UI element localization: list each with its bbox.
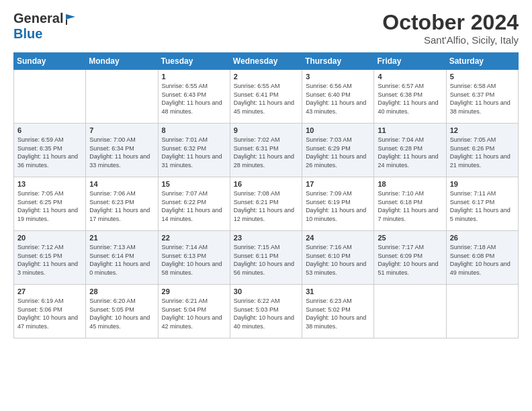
day-info: Sunrise: 6:23 AM Sunset: 5:02 PM Dayligh…: [306, 297, 370, 330]
calendar-cell: 7Sunrise: 7:00 AM Sunset: 6:34 PM Daylig…: [86, 124, 158, 177]
calendar-cell: 20Sunrise: 7:12 AM Sunset: 6:15 PM Dayli…: [14, 231, 86, 285]
day-number: 7: [89, 126, 154, 134]
calendar-week-row: 6Sunrise: 6:59 AM Sunset: 6:35 PM Daylig…: [14, 124, 519, 177]
day-info: Sunrise: 7:18 AM Sunset: 6:08 PM Dayligh…: [450, 243, 515, 277]
calendar-table: Sunday Monday Tuesday Wednesday Thursday…: [13, 52, 519, 338]
logo-blue-text: Blue: [13, 26, 42, 42]
day-number: 25: [378, 234, 442, 242]
day-number: 17: [306, 180, 370, 188]
header-wednesday: Wednesday: [230, 53, 302, 70]
logo-general-text: General: [13, 11, 63, 26]
day-number: 1: [162, 73, 226, 81]
calendar-cell: [86, 70, 158, 124]
calendar-cell: 30Sunrise: 6:22 AM Sunset: 5:03 PM Dayli…: [230, 285, 302, 338]
calendar-cell: 9Sunrise: 7:02 AM Sunset: 6:31 PM Daylig…: [230, 124, 302, 177]
day-info: Sunrise: 7:15 AM Sunset: 6:11 PM Dayligh…: [234, 243, 298, 277]
calendar-cell: 8Sunrise: 7:01 AM Sunset: 6:32 PM Daylig…: [158, 124, 230, 177]
header-monday: Monday: [86, 53, 158, 70]
calendar-cell: 28Sunrise: 6:20 AM Sunset: 5:05 PM Dayli…: [86, 285, 158, 338]
day-info: Sunrise: 6:19 AM Sunset: 5:06 PM Dayligh…: [17, 297, 82, 330]
header-row: Sunday Monday Tuesday Wednesday Thursday…: [14, 53, 519, 70]
title-block: October 2024 Sant'Alfio, Sicily, Italy: [382, 11, 519, 46]
day-number: 26: [450, 234, 515, 242]
day-info: Sunrise: 6:58 AM Sunset: 6:37 PM Dayligh…: [450, 82, 515, 116]
day-number: 8: [162, 126, 226, 134]
day-number: 11: [378, 126, 442, 134]
day-number: 12: [450, 126, 515, 134]
calendar-cell: 27Sunrise: 6:19 AM Sunset: 5:06 PM Dayli…: [14, 285, 86, 338]
day-info: Sunrise: 6:56 AM Sunset: 6:40 PM Dayligh…: [306, 82, 370, 116]
day-info: Sunrise: 6:57 AM Sunset: 6:38 PM Dayligh…: [378, 82, 442, 116]
day-info: Sunrise: 6:59 AM Sunset: 6:35 PM Dayligh…: [17, 136, 82, 169]
day-number: 27: [17, 287, 82, 295]
day-info: Sunrise: 7:06 AM Sunset: 6:23 PM Dayligh…: [89, 189, 154, 223]
day-info: Sunrise: 7:13 AM Sunset: 6:14 PM Dayligh…: [89, 243, 154, 277]
calendar-cell: 17Sunrise: 7:09 AM Sunset: 6:19 PM Dayli…: [302, 177, 374, 231]
calendar-cell: 1Sunrise: 6:55 AM Sunset: 6:43 PM Daylig…: [158, 70, 230, 124]
day-info: Sunrise: 7:12 AM Sunset: 6:15 PM Dayligh…: [17, 243, 82, 277]
svg-rect-1: [66, 19, 67, 25]
day-number: 2: [234, 73, 298, 81]
logo-flag-icon: [64, 13, 77, 25]
day-info: Sunrise: 7:00 AM Sunset: 6:34 PM Dayligh…: [89, 136, 154, 169]
calendar-cell: 24Sunrise: 7:16 AM Sunset: 6:10 PM Dayli…: [302, 231, 374, 285]
calendar-cell: 12Sunrise: 7:05 AM Sunset: 6:26 PM Dayli…: [446, 124, 518, 177]
day-number: 28: [89, 287, 154, 295]
day-info: Sunrise: 7:02 AM Sunset: 6:31 PM Dayligh…: [234, 136, 298, 169]
calendar-week-row: 13Sunrise: 7:05 AM Sunset: 6:25 PM Dayli…: [14, 177, 519, 231]
calendar-header: Sunday Monday Tuesday Wednesday Thursday…: [14, 53, 519, 70]
day-number: 20: [17, 234, 82, 242]
day-number: 13: [17, 180, 82, 188]
day-info: Sunrise: 7:17 AM Sunset: 6:09 PM Dayligh…: [378, 243, 442, 277]
day-info: Sunrise: 7:07 AM Sunset: 6:22 PM Dayligh…: [162, 189, 226, 223]
day-number: 5: [450, 73, 515, 81]
day-info: Sunrise: 6:20 AM Sunset: 5:05 PM Dayligh…: [89, 297, 154, 330]
calendar-cell: 23Sunrise: 7:15 AM Sunset: 6:11 PM Dayli…: [230, 231, 302, 285]
calendar-cell: 21Sunrise: 7:13 AM Sunset: 6:14 PM Dayli…: [86, 231, 158, 285]
calendar-cell: 26Sunrise: 7:18 AM Sunset: 6:08 PM Dayli…: [446, 231, 518, 285]
day-number: 15: [162, 180, 226, 188]
header-sunday: Sunday: [14, 53, 86, 70]
day-info: Sunrise: 7:16 AM Sunset: 6:10 PM Dayligh…: [306, 243, 370, 277]
day-info: Sunrise: 7:04 AM Sunset: 6:28 PM Dayligh…: [378, 136, 442, 169]
day-info: Sunrise: 6:55 AM Sunset: 6:41 PM Dayligh…: [234, 82, 298, 116]
header-thursday: Thursday: [302, 53, 374, 70]
calendar-cell: 19Sunrise: 7:11 AM Sunset: 6:17 PM Dayli…: [446, 177, 518, 231]
day-info: Sunrise: 7:03 AM Sunset: 6:29 PM Dayligh…: [306, 136, 370, 169]
day-number: 29: [162, 287, 226, 295]
calendar-week-row: 20Sunrise: 7:12 AM Sunset: 6:15 PM Dayli…: [14, 231, 519, 285]
day-info: Sunrise: 7:10 AM Sunset: 6:18 PM Dayligh…: [378, 189, 442, 223]
day-info: Sunrise: 7:11 AM Sunset: 6:17 PM Dayligh…: [450, 189, 515, 223]
header-tuesday: Tuesday: [158, 53, 230, 70]
day-info: Sunrise: 7:01 AM Sunset: 6:32 PM Dayligh…: [162, 136, 226, 169]
calendar-cell: 6Sunrise: 6:59 AM Sunset: 6:35 PM Daylig…: [14, 124, 86, 177]
day-info: Sunrise: 7:09 AM Sunset: 6:19 PM Dayligh…: [306, 189, 370, 223]
header-saturday: Saturday: [446, 53, 518, 70]
calendar-cell: 11Sunrise: 7:04 AM Sunset: 6:28 PM Dayli…: [374, 124, 446, 177]
calendar-cell: 31Sunrise: 6:23 AM Sunset: 5:02 PM Dayli…: [302, 285, 374, 338]
day-info: Sunrise: 6:55 AM Sunset: 6:43 PM Dayligh…: [162, 82, 226, 116]
day-number: 19: [450, 180, 515, 188]
svg-marker-0: [66, 14, 75, 19]
day-number: 6: [17, 126, 82, 134]
day-number: 3: [306, 73, 370, 81]
calendar-week-row: 1Sunrise: 6:55 AM Sunset: 6:43 PM Daylig…: [14, 70, 519, 124]
day-info: Sunrise: 6:21 AM Sunset: 5:04 PM Dayligh…: [162, 297, 226, 330]
day-info: Sunrise: 7:05 AM Sunset: 6:26 PM Dayligh…: [450, 136, 515, 169]
day-info: Sunrise: 7:05 AM Sunset: 6:25 PM Dayligh…: [17, 189, 82, 223]
month-title: October 2024: [382, 11, 519, 34]
calendar-cell: [14, 70, 86, 124]
calendar-cell: 10Sunrise: 7:03 AM Sunset: 6:29 PM Dayli…: [302, 124, 374, 177]
day-info: Sunrise: 7:14 AM Sunset: 6:13 PM Dayligh…: [162, 243, 226, 277]
header-friday: Friday: [374, 53, 446, 70]
day-number: 18: [378, 180, 442, 188]
calendar-cell: 3Sunrise: 6:56 AM Sunset: 6:40 PM Daylig…: [302, 70, 374, 124]
day-info: Sunrise: 6:22 AM Sunset: 5:03 PM Dayligh…: [234, 297, 298, 330]
calendar-week-row: 27Sunrise: 6:19 AM Sunset: 5:06 PM Dayli…: [14, 285, 519, 338]
calendar-cell: 14Sunrise: 7:06 AM Sunset: 6:23 PM Dayli…: [86, 177, 158, 231]
calendar-cell: 4Sunrise: 6:57 AM Sunset: 6:38 PM Daylig…: [374, 70, 446, 124]
calendar-cell: 15Sunrise: 7:07 AM Sunset: 6:22 PM Dayli…: [158, 177, 230, 231]
logo: General Blue: [13, 11, 77, 42]
day-number: 10: [306, 126, 370, 134]
day-number: 16: [234, 180, 298, 188]
